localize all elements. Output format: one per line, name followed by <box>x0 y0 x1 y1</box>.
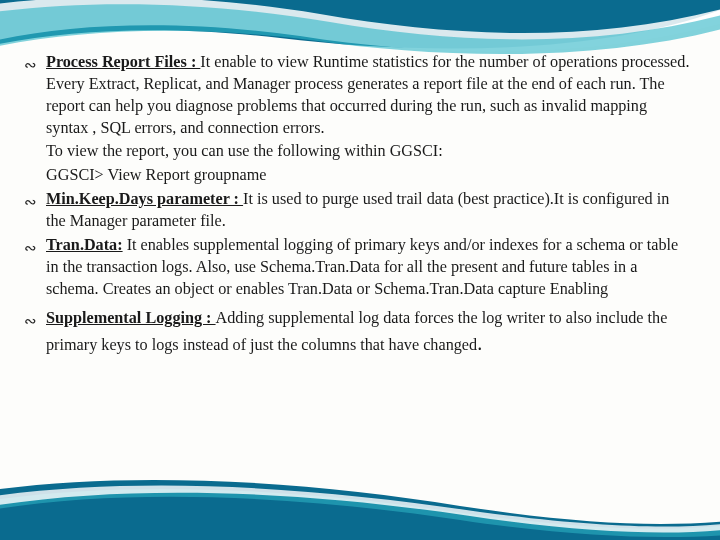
item-subline: GGSCI> View Report groupname <box>28 165 692 187</box>
list-item: ∾ Min.Keep.Days parameter : It is used t… <box>28 189 692 233</box>
slide-body: ∾ Process Report Files : It enable to vi… <box>28 52 692 359</box>
item-heading: Process Report Files : <box>46 53 200 71</box>
item-heading: Min.Keep.Days parameter : <box>46 190 243 208</box>
item-heading: Supplemental Logging : <box>46 309 216 327</box>
bullet-icon: ∾ <box>24 192 37 212</box>
item-body: It enables supplemental logging of prima… <box>46 236 678 298</box>
list-item: ∾ Process Report Files : It enable to vi… <box>28 52 692 139</box>
bullet-icon: ∾ <box>24 238 37 258</box>
bullet-icon: ∾ <box>24 55 37 75</box>
item-subline: To view the report, you can use the foll… <box>28 141 692 163</box>
list-item: ∾ Supplemental Logging : Adding suppleme… <box>28 308 692 357</box>
trailing-dot: . <box>477 332 482 354</box>
bullet-icon: ∾ <box>24 311 37 331</box>
list-item: ∾ Tran.Data: It enables supplemental log… <box>28 235 692 301</box>
item-heading: Tran.Data: <box>46 236 123 254</box>
